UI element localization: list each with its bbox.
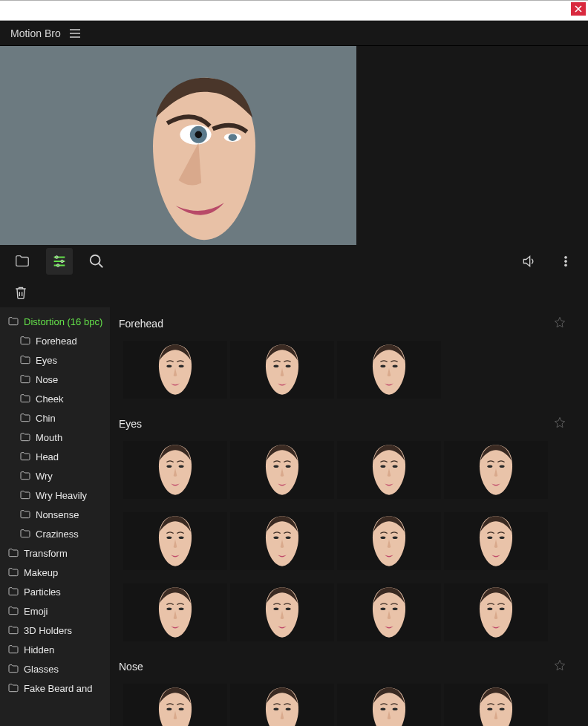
- sidebar-sub-chin[interactable]: Chin: [0, 408, 110, 428]
- panel-title: Motion Bro: [10, 27, 61, 39]
- sidebar-item-label: Head: [36, 451, 59, 462]
- sidebar-sub-craziness[interactable]: Craziness: [0, 524, 110, 543]
- preset-thumb[interactable]: [337, 583, 441, 641]
- sidebar-item-label: Fake Beard and: [24, 683, 93, 694]
- section-forehead: Forehead: [110, 310, 575, 403]
- panel-header: Motion Bro: [0, 21, 588, 46]
- preset-thumb[interactable]: [230, 341, 334, 399]
- section-header: Eyes: [110, 411, 575, 436]
- preset-thumb[interactable]: [123, 684, 227, 726]
- sidebar-root-distortion[interactable]: Distortion (16 bpc): [0, 312, 110, 331]
- sidebar-item-label: Cheek: [36, 393, 64, 405]
- sidebar-pack-3d-holders[interactable]: 3D Holders: [0, 621, 110, 640]
- sidebar-pack-glasses[interactable]: Glasses: [0, 659, 110, 678]
- sidebar-sub-mouth[interactable]: Mouth: [0, 428, 110, 447]
- close-button[interactable]: [571, 2, 586, 16]
- filters-button[interactable]: [46, 248, 73, 275]
- sidebar: Distortion (16 bpc)ForeheadEyesNoseCheek…: [0, 307, 110, 726]
- sidebar-item-label: Transform: [24, 548, 68, 559]
- sidebar-item-label: Glasses: [24, 664, 59, 675]
- sidebar-item-label: Particles: [24, 586, 61, 598]
- sidebar-item-label: Eyes: [36, 355, 57, 366]
- preset-thumb[interactable]: [123, 341, 227, 399]
- browse-button[interactable]: [9, 248, 36, 275]
- svg-point-13: [565, 264, 567, 266]
- sidebar-item-label: 3D Holders: [24, 625, 72, 636]
- svg-point-8: [61, 260, 64, 263]
- panel-menu-icon[interactable]: [70, 29, 80, 38]
- preset-thumb[interactable]: [337, 441, 441, 499]
- sidebar-item-label: Craziness: [36, 529, 79, 540]
- preset-thumb[interactable]: [337, 512, 441, 570]
- preset-thumb[interactable]: [123, 512, 227, 570]
- section-nose: Nose: [110, 653, 575, 726]
- preset-thumb[interactable]: [230, 441, 334, 499]
- sidebar-item-label: Nose: [36, 374, 58, 385]
- toolbar: [0, 245, 588, 278]
- preset-thumb[interactable]: [230, 684, 334, 726]
- sidebar-pack-emoji[interactable]: Emoji: [0, 601, 110, 621]
- favorite-icon[interactable]: [554, 659, 566, 673]
- preset-thumb[interactable]: [444, 583, 548, 641]
- preset-thumb[interactable]: [337, 684, 441, 726]
- sidebar-pack-particles[interactable]: Particles: [0, 582, 110, 601]
- preview-area: [0, 46, 356, 245]
- favorite-icon[interactable]: [554, 416, 566, 431]
- sidebar-pack-fake-beard-and[interactable]: Fake Beard and: [0, 678, 110, 698]
- sound-button[interactable]: [515, 248, 542, 275]
- sidebar-item-label: Chin: [36, 413, 56, 424]
- sidebar-item-label: Nonsense: [36, 509, 79, 520]
- sidebar-item-label: Wry: [36, 471, 53, 482]
- sidebar-sub-nose[interactable]: Nose: [0, 370, 110, 389]
- section-title: Nose: [119, 661, 554, 673]
- preset-thumb[interactable]: [123, 441, 227, 499]
- favorite-icon[interactable]: [554, 316, 566, 330]
- sidebar-sub-forehead[interactable]: Forehead: [0, 331, 110, 350]
- preset-thumb[interactable]: [123, 583, 227, 641]
- sidebar-item-label: Wry Heavily: [36, 490, 87, 501]
- sidebar-sub-wry-heavily[interactable]: Wry Heavily: [0, 485, 110, 505]
- svg-point-11: [565, 256, 567, 258]
- preset-thumb[interactable]: [444, 512, 548, 570]
- sidebar-sub-cheek[interactable]: Cheek: [0, 389, 110, 408]
- svg-point-6: [229, 134, 238, 141]
- sidebar-pack-makeup[interactable]: Makeup: [0, 563, 110, 582]
- sidebar-sub-nonsense[interactable]: Nonsense: [0, 505, 110, 524]
- svg-point-9: [56, 264, 59, 267]
- section-title: Forehead: [119, 318, 554, 330]
- svg-point-12: [565, 261, 567, 263]
- section-header: Nose: [110, 653, 575, 679]
- svg-point-4: [195, 131, 203, 139]
- preset-thumb[interactable]: [230, 512, 334, 570]
- sidebar-item-label: Forehead: [36, 336, 77, 347]
- sidebar-item-label: Mouth: [36, 432, 62, 443]
- svg-point-10: [91, 255, 100, 265]
- sidebar-sub-eyes[interactable]: Eyes: [0, 350, 110, 370]
- section-title: Eyes: [119, 418, 554, 430]
- preset-thumb[interactable]: [337, 341, 441, 399]
- more-button[interactable]: [552, 248, 579, 275]
- sidebar-item-label: Emoji: [24, 606, 48, 617]
- content-area: ForeheadEyesNose: [110, 307, 588, 726]
- trash-button[interactable]: [10, 282, 31, 303]
- preset-thumb[interactable]: [230, 583, 334, 641]
- window-chrome: [0, 0, 588, 21]
- sidebar-item-label: Hidden: [24, 644, 54, 655]
- search-button[interactable]: [83, 248, 110, 275]
- sidebar-item-label: Makeup: [24, 567, 58, 578]
- sidebar-pack-transform[interactable]: Transform: [0, 543, 110, 563]
- preview-face-image: [119, 72, 290, 243]
- sidebar-pack-hidden[interactable]: Hidden: [0, 640, 110, 659]
- svg-point-7: [56, 256, 59, 259]
- sidebar-sub-wry[interactable]: Wry: [0, 466, 110, 485]
- section-header: Forehead: [110, 310, 575, 336]
- sidebar-sub-head[interactable]: Head: [0, 447, 110, 466]
- preset-thumb[interactable]: [444, 684, 548, 726]
- preset-thumb[interactable]: [444, 441, 548, 499]
- section-eyes: Eyes: [110, 411, 575, 646]
